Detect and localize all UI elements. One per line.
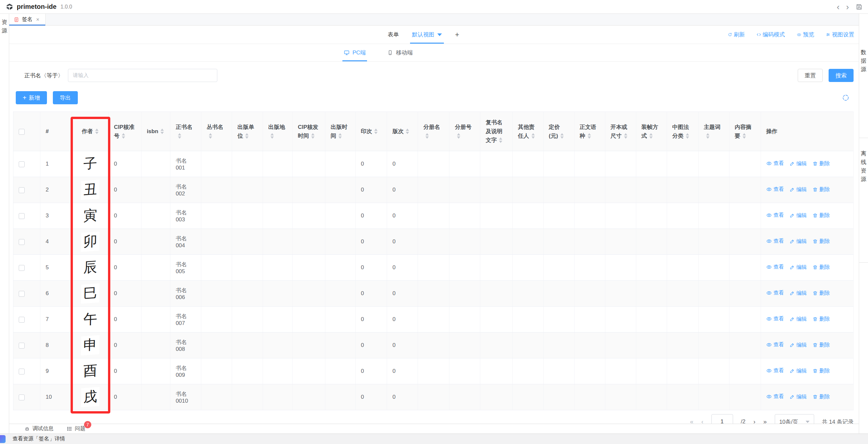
delete-link[interactable]: 删除 xyxy=(812,368,830,374)
view-selector[interactable]: 默认视图 xyxy=(412,26,442,44)
delete-link[interactable]: 删除 xyxy=(812,212,830,219)
search-input[interactable] xyxy=(68,69,217,82)
sort-icon[interactable] xyxy=(311,133,314,139)
delete-link[interactable]: 删除 xyxy=(812,316,830,323)
delete-link[interactable]: 删除 xyxy=(812,264,830,271)
view-link[interactable]: 查看 xyxy=(766,341,784,348)
column-header-print_run[interactable]: 印次 xyxy=(355,112,387,151)
sort-icon[interactable] xyxy=(531,133,535,139)
column-header-binding[interactable]: 装帧方式 xyxy=(636,112,667,151)
add-view-button[interactable]: + xyxy=(455,31,459,38)
problems-button[interactable]: 问题 7 xyxy=(67,425,85,432)
sort-icon[interactable] xyxy=(743,133,746,139)
page-size-select[interactable]: 10条/页 xyxy=(775,414,814,424)
view-link[interactable]: 查看 xyxy=(766,367,784,374)
column-header-volume_no[interactable]: 分册号 xyxy=(450,112,480,151)
column-header-language[interactable]: 正文语种 xyxy=(574,112,605,151)
add-button[interactable]: + 新增 xyxy=(16,91,47,104)
column-header-isbn[interactable]: isbn xyxy=(142,112,170,151)
row-checkbox[interactable] xyxy=(19,187,25,193)
column-header-keywords[interactable]: 主题词 xyxy=(698,112,729,151)
row-checkbox[interactable] xyxy=(19,213,25,219)
row-checkbox[interactable] xyxy=(19,343,25,349)
sort-icon[interactable] xyxy=(706,133,709,139)
row-checkbox[interactable] xyxy=(19,369,25,374)
sort-icon[interactable] xyxy=(209,133,212,139)
code-mode-link[interactable]: 编码模式 xyxy=(757,31,785,38)
save-icon[interactable] xyxy=(856,3,863,10)
row-checkbox[interactable] xyxy=(19,291,25,297)
row-checkbox[interactable] xyxy=(19,161,25,167)
sort-icon[interactable] xyxy=(624,133,627,139)
history-forward-icon[interactable]: › xyxy=(846,3,849,11)
sort-icon[interactable] xyxy=(122,133,125,139)
view-link[interactable]: 查看 xyxy=(766,315,784,322)
edit-link[interactable]: 编辑 xyxy=(789,368,807,374)
column-header-pub_place[interactable]: 出版地 xyxy=(263,112,292,151)
delete-link[interactable]: 删除 xyxy=(812,238,830,245)
select-all-checkbox[interactable] xyxy=(19,129,25,135)
tab-signature[interactable]: 签名 × xyxy=(9,14,45,25)
column-header-cip_issue_time[interactable]: CIP核发时间 xyxy=(292,112,326,151)
delete-link[interactable]: 删除 xyxy=(812,160,830,167)
sort-icon[interactable] xyxy=(95,129,98,134)
first-page-button[interactable]: « xyxy=(690,418,694,424)
edit-link[interactable]: 编辑 xyxy=(789,160,807,167)
export-button[interactable]: 导出 xyxy=(53,91,78,104)
view-link[interactable]: 查看 xyxy=(766,186,784,193)
sort-icon[interactable] xyxy=(588,133,591,139)
preview-link[interactable]: 预览 xyxy=(797,31,814,38)
row-checkbox[interactable] xyxy=(19,317,25,323)
column-header-cip_no[interactable]: CIP核准号 xyxy=(108,112,142,151)
column-header-price[interactable]: 定价 (元) xyxy=(543,112,574,151)
tab-mobile[interactable]: 移动端 xyxy=(388,44,413,61)
table-refresh-icon[interactable] xyxy=(842,94,849,102)
view-link[interactable]: 查看 xyxy=(766,238,784,245)
column-header-other_resp[interactable]: 其他责任人 xyxy=(513,112,543,151)
edit-link[interactable]: 编辑 xyxy=(789,342,807,349)
sort-icon[interactable] xyxy=(374,129,377,134)
column-header-author[interactable]: 作者 xyxy=(72,112,108,151)
sort-icon[interactable] xyxy=(178,133,181,139)
view-settings-link[interactable]: 视图设置 xyxy=(826,31,854,38)
last-page-button[interactable]: » xyxy=(763,418,767,424)
view-link[interactable]: 查看 xyxy=(766,289,784,297)
prev-page-button[interactable]: ‹ xyxy=(701,418,703,424)
column-header-clc[interactable]: 中图法分类 xyxy=(667,112,698,151)
view-link[interactable]: 查看 xyxy=(766,393,784,400)
column-header-title[interactable]: 正书名 xyxy=(170,112,201,151)
page-number-input[interactable]: 1 xyxy=(711,414,733,424)
sort-icon[interactable] xyxy=(338,133,342,139)
edit-link[interactable]: 编辑 xyxy=(789,212,807,219)
delete-link[interactable]: 删除 xyxy=(812,290,830,297)
sort-icon[interactable] xyxy=(499,137,502,143)
sort-icon[interactable] xyxy=(560,133,564,139)
view-link[interactable]: 查看 xyxy=(766,264,784,271)
column-header-abstract[interactable]: 内容摘要 xyxy=(729,112,761,151)
view-link[interactable]: 查看 xyxy=(766,212,784,219)
edit-link[interactable]: 编辑 xyxy=(789,394,807,400)
row-checkbox[interactable] xyxy=(19,395,25,400)
sort-icon[interactable] xyxy=(649,133,653,139)
rail-item-offline-resources[interactable]: 离线资源 xyxy=(859,138,868,263)
view-link[interactable]: 查看 xyxy=(766,160,784,167)
sort-icon[interactable] xyxy=(686,133,689,139)
rail-item-resources[interactable]: 资源 xyxy=(0,18,9,35)
delete-link[interactable]: 删除 xyxy=(812,394,830,400)
row-checkbox[interactable] xyxy=(19,239,25,245)
column-header-series[interactable]: 丛书名 xyxy=(201,112,232,151)
sort-icon[interactable] xyxy=(406,129,409,134)
delete-link[interactable]: 删除 xyxy=(812,342,830,349)
edit-link[interactable]: 编辑 xyxy=(789,316,807,323)
column-header-pub_time[interactable]: 出版时间 xyxy=(326,112,355,151)
debug-info-button[interactable]: 调试信息 xyxy=(24,425,54,432)
history-back-icon[interactable]: ‹ xyxy=(837,3,840,11)
delete-link[interactable]: 删除 xyxy=(812,186,830,193)
column-header-edition[interactable]: 版次 xyxy=(387,112,418,151)
form-label[interactable]: 表单 xyxy=(388,31,399,38)
sort-icon[interactable] xyxy=(271,133,274,139)
column-header-volume_name[interactable]: 分册名 xyxy=(418,112,450,151)
edit-link[interactable]: 编辑 xyxy=(789,186,807,193)
sort-icon[interactable] xyxy=(426,133,429,139)
reset-button[interactable]: 重置 xyxy=(798,69,823,82)
